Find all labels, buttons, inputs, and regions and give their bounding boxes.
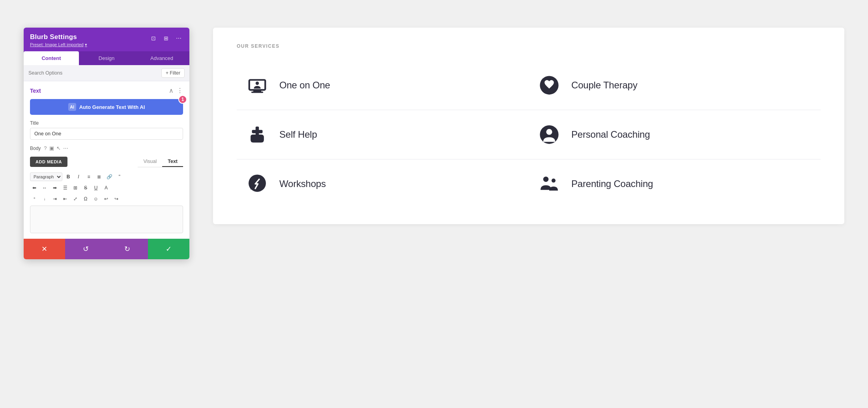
svg-rect-6: [252, 130, 263, 133]
resize-icon[interactable]: ⊡: [149, 34, 158, 43]
format-toolbar-row2: ⬅ ↔ ➡ ☰ ⊞ S U A: [30, 183, 183, 192]
svg-rect-2: [251, 92, 263, 93]
ai-btn-wrapper: AI Auto Generate Text With AI 1: [30, 99, 183, 115]
filter-button[interactable]: + Filter: [161, 68, 185, 78]
body-toolbar: Body ? ▣ ↖ ⋯: [30, 145, 183, 151]
svg-point-11: [552, 179, 556, 183]
paragraph-select[interactable]: Paragraph: [30, 172, 62, 181]
columns-icon[interactable]: ⊞: [162, 34, 170, 43]
expand-btn[interactable]: ⤢: [71, 195, 80, 203]
special-char-btn[interactable]: Ω: [81, 195, 90, 203]
panel-title: Blurb Settings: [30, 33, 87, 41]
service-item-parenting-coaching: Parenting Coaching: [529, 159, 821, 208]
tab-advanced[interactable]: Advanced: [134, 51, 189, 65]
service-name-couple-therapy: Couple Therapy: [571, 80, 638, 91]
italic-btn[interactable]: I: [74, 172, 83, 181]
format-toolbar-row3: ⁺ ᵢ ⇥ ⇤ ⤢ Ω ☺ ↩ ↪: [30, 195, 183, 203]
body-icons: ? ▣ ↖ ⋯: [44, 145, 68, 151]
tab-visual[interactable]: Visual: [138, 157, 162, 167]
justify-btn[interactable]: ☰: [61, 183, 69, 192]
cancel-button[interactable]: ✕: [24, 239, 65, 259]
undo-editor-btn[interactable]: ↩: [102, 195, 110, 203]
editor-tabs: Visual Text: [138, 157, 183, 167]
indent-btn[interactable]: ⇥: [51, 195, 59, 203]
help-icon[interactable]: ?: [44, 145, 47, 151]
redo-button[interactable]: ↻: [107, 239, 148, 259]
service-item-self-help: Self Help: [237, 110, 529, 159]
ai-btn-label: Auto Generate Text With AI: [79, 104, 145, 110]
tab-design[interactable]: Design: [79, 51, 134, 65]
parenting-coaching-icon: [537, 171, 562, 197]
service-item-personal-coaching: Personal Coaching: [529, 110, 821, 159]
text-section-title: Text: [30, 88, 41, 94]
ai-icon: AI: [68, 103, 76, 111]
emoji-btn[interactable]: ☺: [92, 195, 100, 203]
text-color-btn[interactable]: A: [102, 183, 110, 192]
blurb-settings-panel: Blurb Settings Preset: Image Left import…: [24, 28, 189, 259]
ai-generate-button[interactable]: AI Auto Generate Text With AI: [30, 99, 183, 115]
title-field-label: Title: [30, 120, 183, 126]
more-options-icon[interactable]: ⋯: [174, 34, 183, 43]
ai-badge: 1: [178, 95, 187, 104]
services-section: OUR SERVICES One on One: [213, 28, 844, 224]
service-item-workshops: Workshops: [237, 159, 529, 208]
workshops-icon: [245, 171, 270, 197]
redo-editor-btn[interactable]: ↪: [112, 195, 121, 203]
section-menu-icon[interactable]: ⋮: [177, 87, 183, 94]
panel-header-icons: ⊡ ⊞ ⋯: [149, 34, 183, 43]
panel-search-bar: + Filter: [24, 65, 189, 81]
panel-body: Text ∧ ⋮ AI Auto Generate Text With AI 1…: [24, 81, 189, 239]
format-toolbar-row1: Paragraph B I ≡ ≣ 🔗 ": [30, 172, 183, 181]
bold-btn[interactable]: B: [64, 172, 73, 181]
service-name-parenting-coaching: Parenting Coaching: [571, 178, 653, 189]
link-btn[interactable]: 🔗: [105, 172, 114, 181]
couple-therapy-icon: [537, 73, 562, 98]
save-button[interactable]: ✓: [148, 239, 189, 259]
svg-point-3: [256, 82, 259, 85]
ul-btn[interactable]: ≡: [84, 172, 93, 181]
personal-coaching-icon: [537, 122, 562, 147]
more-body-icon[interactable]: ⋯: [63, 145, 68, 151]
svg-point-8: [546, 129, 552, 135]
superscript-btn[interactable]: ⁺: [30, 195, 39, 203]
svg-rect-1: [253, 90, 261, 92]
service-name-one-on-one: One on One: [279, 80, 330, 91]
panel-header: Blurb Settings Preset: Image Left import…: [24, 28, 189, 51]
one-on-one-icon: [245, 73, 270, 98]
ol-btn[interactable]: ≣: [95, 172, 103, 181]
align-left-btn[interactable]: ⬅: [30, 183, 39, 192]
services-grid: One on One Couple Therapy: [237, 61, 821, 208]
service-item-one-on-one: One on One: [237, 61, 529, 110]
panel-tabs: Content Design Advanced: [24, 51, 189, 65]
services-section-label: OUR SERVICES: [237, 43, 821, 49]
body-field-label: Body: [30, 146, 41, 151]
section-header-icons: ∧ ⋮: [169, 87, 183, 94]
strikethrough-btn[interactable]: S: [81, 183, 90, 192]
service-name-personal-coaching: Personal Coaching: [571, 129, 650, 140]
phone-icon[interactable]: ▣: [49, 145, 54, 151]
collapse-icon[interactable]: ∧: [169, 87, 174, 94]
service-item-couple-therapy: Couple Therapy: [529, 61, 821, 110]
svg-point-10: [543, 176, 549, 182]
outdent-btn[interactable]: ⇤: [61, 195, 69, 203]
table-btn[interactable]: ⊞: [71, 183, 80, 192]
service-name-self-help: Self Help: [279, 129, 317, 140]
search-input[interactable]: [28, 70, 107, 76]
align-center-btn[interactable]: ↔: [40, 183, 49, 192]
cursor-icon[interactable]: ↖: [56, 145, 61, 151]
editor-area[interactable]: [30, 206, 183, 233]
subscript-btn[interactable]: ᵢ: [40, 195, 49, 203]
tab-text[interactable]: Text: [162, 157, 183, 167]
panel-preset: Preset: Image Left imported ▾: [30, 42, 87, 47]
panel-header-left: Blurb Settings Preset: Image Left import…: [30, 33, 87, 47]
service-name-workshops: Workshops: [279, 178, 326, 189]
underline-btn[interactable]: U: [92, 183, 100, 192]
self-help-icon: [245, 122, 270, 147]
panel-footer: ✕ ↺ ↻ ✓: [24, 239, 189, 259]
undo-button[interactable]: ↺: [65, 239, 107, 259]
title-input[interactable]: [30, 128, 183, 140]
add-media-button[interactable]: ADD MEDIA: [30, 157, 67, 167]
tab-content[interactable]: Content: [24, 51, 79, 65]
align-right-btn[interactable]: ➡: [51, 183, 59, 192]
quote-btn[interactable]: ": [115, 172, 124, 181]
